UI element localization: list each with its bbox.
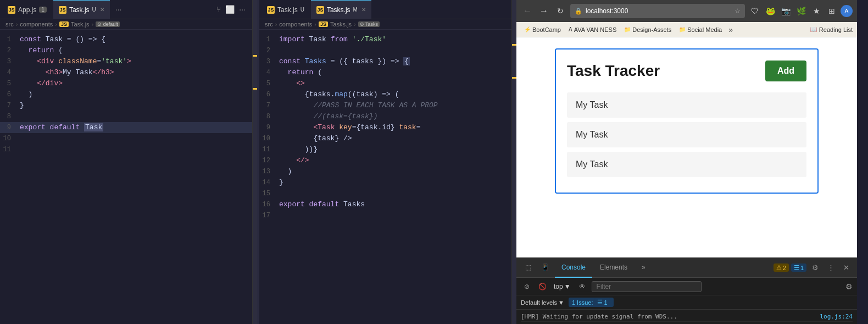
code-line: 8 //(task={task}) [259,111,511,122]
code-line: 4 <h3>My Task</h3> [0,67,252,78]
bookmarks-overflow[interactable]: » [726,25,735,34]
issues-badge[interactable]: 1 Issue: ☰ 1 [569,298,614,307]
devtools-more-icon[interactable]: ⋮ [824,261,837,274]
code-line: 1import Task from './Task' [259,34,511,45]
scroll-marker-right2 [512,77,516,79]
warning-badge[interactable]: ⚠ 2 [774,263,789,272]
bookmark-star-icon[interactable]: ☆ [735,7,741,15]
tab-app-js[interactable]: JS App.js 1 [2,0,52,19]
social-icon: 📁 [679,26,686,32]
devtools-close-icon[interactable]: ✕ [839,261,853,274]
devtools-console: [HMR] Waiting for update signal from WDS… [516,310,857,324]
error-badge[interactable]: ☰ 1 [791,263,806,272]
extension-icon-2[interactable]: 🐸 [764,4,777,18]
js-icon: JS [267,6,275,14]
tracker-title: Task Tracker [567,62,660,80]
tab-overflow-button[interactable]: ··· [111,5,126,14]
code-line: 3const Tasks = ({ tasks }) => { [259,56,511,67]
error-icon: ☰ [794,264,799,271]
console-settings-icon[interactable]: ⚙ [845,282,853,291]
task-item-2: My Task [567,122,806,147]
forward-button[interactable]: → [537,4,550,18]
reload-button[interactable]: ↻ [554,4,567,18]
js-icon: JS [8,6,15,14]
code-line: 15 [259,188,511,199]
preserve-log-button[interactable]: 👁 [576,281,588,293]
code-line: 10 [0,133,252,144]
browser-content-and-devtools: Task Tracker Add My Task My Task My Task… [516,37,857,324]
extension-icon-6[interactable]: ⊞ [825,4,838,18]
tab-unsaved-right: U [301,7,304,13]
tab-task-js-left[interactable]: JS Task.js U ✕ [53,0,110,19]
devtools-settings-icon[interactable]: ⚙ [809,261,822,274]
bookmark-social[interactable]: 📁 Social Media [676,25,725,34]
default-levels-button[interactable]: Default levels ▼ [521,299,564,306]
split-editor-icon[interactable]: ⬜ [225,5,235,14]
scroll-marker-yellow2 [253,88,257,90]
console-message-text: [HMR] Waiting for update signal from WDS… [521,313,677,320]
git-icon[interactable]: ⑂ [216,5,221,14]
left-code-editor[interactable]: 1const Task = () => { 2 return ( 3 <div … [0,30,252,324]
reading-list-label: Reading List [819,26,853,33]
devtools-inspect-icon[interactable]: ⬚ [521,258,536,278]
devtools-tab-console[interactable]: Console [555,258,592,278]
tab-tasks-js[interactable]: JS Tasks.js M ✕ [311,0,371,19]
more-actions-icon[interactable]: ··· [239,5,246,14]
task-item-1: My Task [567,92,806,118]
devtools-icons: ⚠ 2 ☰ 1 ⚙ ⋮ ✕ [774,261,853,274]
reading-list-item[interactable]: 📖 Reading List [810,26,853,33]
code-line: 16export default Tasks [259,199,511,210]
right-scrollbar[interactable] [512,0,516,324]
profile-icon[interactable]: A [841,5,853,17]
issue-count-badge: ☰ 1 [594,298,610,306]
bookmark-bootcamp[interactable]: ⚡ BootCamp [521,25,564,34]
clear-console-button[interactable]: ⊘ [521,281,533,293]
left-scrollbar[interactable] [253,0,257,324]
devtools-device-icon[interactable]: 📱 [537,258,554,278]
block-network-button[interactable]: 🚫 [536,281,548,293]
warning-count: 2 [783,265,786,271]
code-line: 2 return ( [0,45,252,56]
back-button[interactable]: ← [521,4,534,18]
tab-task-js-right-label: Task.js [277,6,298,14]
browser-toolbar-icons: 🛡 🐸 📷 🌿 ★ ⊞ A [748,4,853,18]
tab-tasks-close[interactable]: ✕ [361,7,366,13]
devtools-levels-bar: Default levels ▼ 1 Issue: ☰ 1 [516,295,857,310]
bookmark-social-label: Social Media [687,26,722,33]
extension-icon-5[interactable]: ★ [810,4,823,18]
console-message-source[interactable]: log.js:24 [820,313,853,320]
devtools-tab-elements[interactable]: Elements [593,258,634,278]
add-task-button[interactable]: Add [765,61,806,81]
task-tracker-app: Task Tracker Add My Task My Task My Task [555,48,819,194]
bookmark-ava-label: AVA VAN NESS [574,26,617,33]
ava-icon: A [569,26,572,32]
code-line: 11 [0,144,252,155]
code-line: 6 ) [0,89,252,100]
context-selector[interactable]: top ▼ [552,282,573,292]
browser-content: Task Tracker Add My Task My Task My Task [516,37,857,257]
tab-task-js-label: Task.js [69,6,90,14]
breadcrumb-js-badge-r: JS [319,21,328,27]
code-line: 12 </> [259,155,511,166]
tab-close-button[interactable]: ✕ [100,7,104,13]
breadcrumb-export-r: ⊙ Tasks [358,21,380,27]
code-line: 6 {tasks.map((task) => ( [259,89,511,100]
levels-chevron-icon: ▼ [558,299,564,306]
bookmark-ava[interactable]: A AVA VAN NESS [565,25,620,34]
extension-icon-1[interactable]: 🛡 [748,4,761,18]
warning-icon: ⚠ [776,264,782,271]
right-code-editor[interactable]: 1import Task from './Task' 2 3const Task… [259,30,511,324]
breadcrumb-components: components [20,21,53,28]
tab-task-js-right[interactable]: JS Task.js U [261,0,310,19]
extension-icon-4[interactable]: 🌿 [794,4,808,18]
devtools-toolbar: ⊘ 🚫 top ▼ 👁 ⚙ [516,278,857,295]
bookmark-design[interactable]: 📁 Design-Assets [621,25,675,34]
address-input[interactable] [586,7,731,15]
devtools-tabs-more[interactable]: » [635,258,652,278]
default-levels-label: Default levels [521,299,557,306]
code-line: 9 <Task key={task.id} task= [259,122,511,133]
breadcrumb-export-badge: ⊙ default [96,21,120,27]
extension-icon-3[interactable]: 📷 [779,4,792,18]
console-filter-input[interactable] [592,281,702,292]
code-line: 8 [0,111,252,122]
